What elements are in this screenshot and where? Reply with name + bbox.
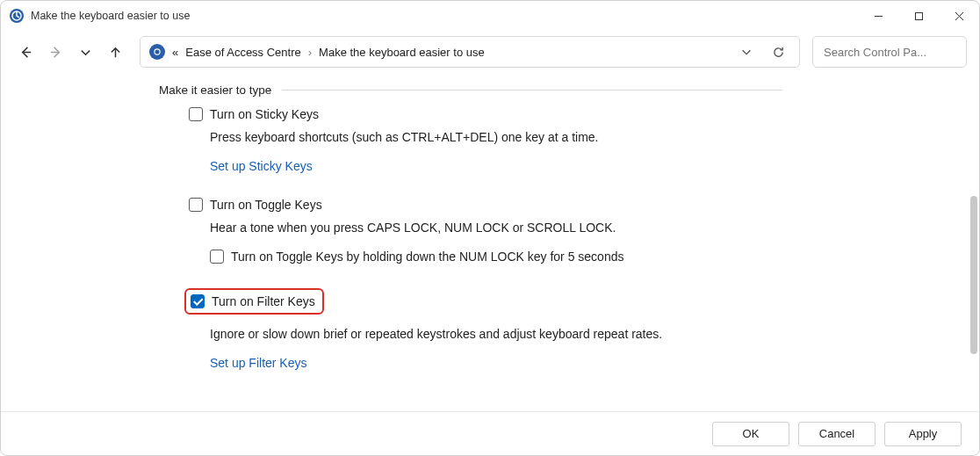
section-heading: Make it easier to type [159,83,271,97]
toggle-keys-label: Turn on Toggle Keys [210,198,322,212]
sticky-keys-label: Turn on Sticky Keys [210,107,319,121]
breadcrumb-current[interactable]: Make the keyboard easier to use [319,46,485,59]
dialog-footer: OK Cancel Apply [1,411,979,455]
recent-dropdown-button[interactable] [73,40,97,64]
sticky-keys-setup-link[interactable]: Set up Sticky Keys [210,159,313,173]
forward-button[interactable] [43,40,68,64]
sticky-keys-description: Press keyboard shortcuts (such as CTRL+A… [189,125,782,147]
toggle-keys-checkbox[interactable]: Turn on Toggle Keys [189,198,782,212]
ok-button[interactable]: OK [712,422,789,446]
toggle-keys-numlock-label: Turn on Toggle Keys by holding down the … [231,250,623,264]
filter-keys-highlight: Turn on Filter Keys [184,288,324,315]
filter-keys-checkbox[interactable]: Turn on Filter Keys [191,294,315,308]
back-button[interactable] [13,40,38,64]
checkbox-icon [189,198,203,212]
content-pane: Make it easier to type Turn on Sticky Ke… [1,73,979,411]
svg-point-2 [155,49,160,54]
chevron-right-icon: › [308,46,312,59]
window-title: Make the keyboard easier to use [31,10,190,22]
toggle-keys-description: Hear a tone when you press CAPS LOCK, NU… [189,215,782,237]
maximize-button[interactable] [898,2,939,30]
divider [282,90,782,90]
refresh-button[interactable] [766,40,790,64]
search-box[interactable] [812,36,967,68]
checkbox-icon [189,107,203,121]
filter-keys-setup-link[interactable]: Set up Filter Keys [210,356,307,370]
checkbox-icon [191,294,205,308]
control-panel-icon [149,44,165,60]
filter-keys-description: Ignore or slow down brief or repeated ke… [189,322,782,344]
section-header: Make it easier to type [159,83,782,97]
breadcrumb-prefix: « [172,46,178,59]
close-button[interactable] [939,2,979,30]
apply-button[interactable]: Apply [884,422,962,446]
checkbox-icon [210,250,224,264]
navigation-bar: « Ease of Access Centre › Make the keybo… [1,31,979,73]
address-bar[interactable]: « Ease of Access Centre › Make the keybo… [140,36,800,68]
up-button[interactable] [103,40,127,64]
search-input[interactable] [822,45,973,60]
minimize-button[interactable] [858,2,898,30]
scrollbar[interactable] [970,196,977,354]
address-dropdown-button[interactable] [734,40,759,64]
titlebar: Make the keyboard easier to use [1,1,979,31]
sticky-keys-checkbox[interactable]: Turn on Sticky Keys [189,107,782,121]
filter-keys-label: Turn on Filter Keys [212,294,315,308]
control-panel-icon [10,9,24,23]
svg-rect-1 [915,12,922,19]
cancel-button[interactable]: Cancel [798,422,876,446]
breadcrumb-parent[interactable]: Ease of Access Centre [185,46,301,59]
toggle-keys-numlock-checkbox[interactable]: Turn on Toggle Keys by holding down the … [210,250,623,264]
